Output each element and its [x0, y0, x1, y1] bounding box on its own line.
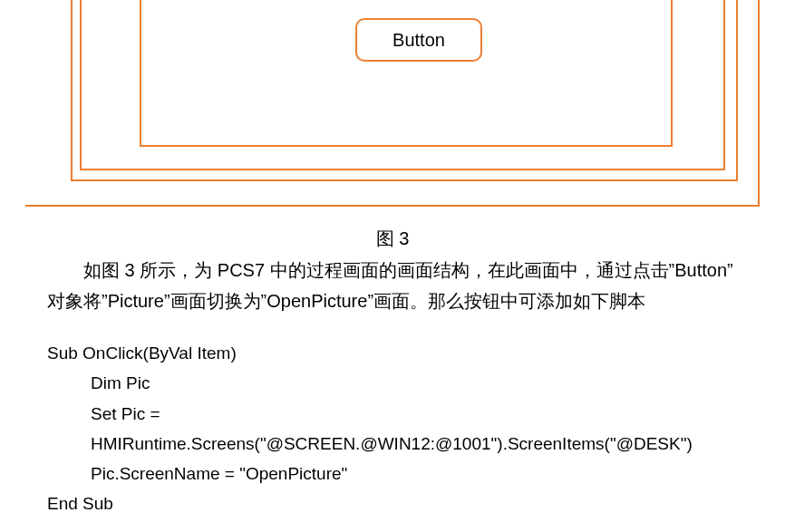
code-line: Sub OnClick(ByVal Item) [47, 338, 763, 368]
code-line: Pic.ScreenName = "OpenPicture" [47, 459, 763, 488]
diagram-figure: Button [0, 0, 785, 216]
code-line: Dim Pic [47, 368, 763, 398]
paragraph-line-1: 如图 3 所示，为 PCS7 中的过程画面的画面结构，在此画面中，通过点击”Bu… [47, 255, 763, 285]
code-line: End Sub [47, 488, 763, 518]
diagram-button-label: Button [392, 30, 445, 51]
figure-caption: 图 3 [0, 227, 785, 251]
diagram-button[interactable]: Button [355, 18, 482, 62]
code-line: Set Pic = [47, 399, 763, 429]
code-block: Sub OnClick(ByVal Item) Dim Pic Set Pic … [47, 338, 763, 519]
paragraph-line-2: 对象将”Picture”画面切换为”OpenPicture”画面。那么按钮中可添… [47, 285, 763, 316]
code-line: HMIRuntime.Screens("@SCREEN.@WIN12:@1001… [47, 429, 763, 459]
